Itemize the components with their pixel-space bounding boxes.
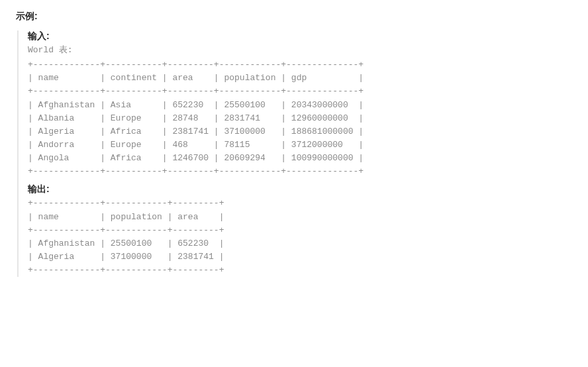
output-table: +-------------+------------+---------+ |… — [28, 197, 572, 277]
output-label: 输出: — [28, 184, 572, 195]
input-table: +-------------+-----------+---------+---… — [28, 58, 572, 178]
input-label: 输入: — [28, 30, 572, 42]
input-caption: World 表: — [28, 44, 572, 57]
example-heading: 示例: — [16, 11, 572, 23]
example-block: 输入: World 表: +-------------+-----------+… — [17, 30, 572, 277]
